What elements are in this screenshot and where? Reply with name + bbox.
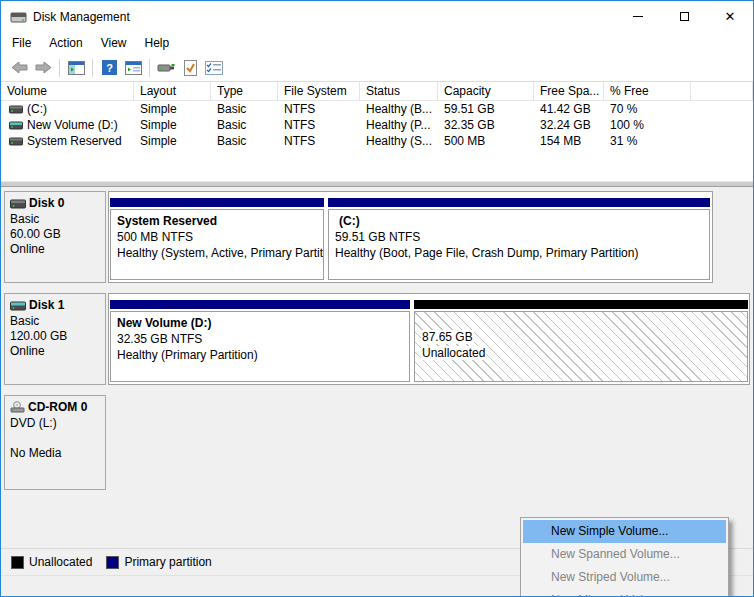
column-header-layout[interactable]: Layout	[134, 82, 211, 100]
disk-icon	[10, 300, 26, 311]
volume-type: Basic	[211, 118, 278, 132]
column-header-type[interactable]: Type	[211, 82, 278, 100]
menu-item-new-simple-volume[interactable]: New Simple Volume...	[523, 520, 726, 543]
table-row[interactable]: System Reserved Simple Basic NTFS Health…	[1, 133, 753, 149]
forward-icon[interactable]	[31, 57, 55, 79]
partition-size: 500 MB NTFS	[117, 229, 317, 245]
menu-view[interactable]: View	[92, 34, 136, 52]
volume-type: Basic	[211, 134, 278, 148]
volume-name: System Reserved	[27, 134, 122, 148]
disk0-partition-area: System Reserved 500 MB NTFS Healthy (Sys…	[108, 191, 713, 283]
disk-name: Disk 0	[29, 196, 64, 210]
disk-icon	[10, 198, 26, 209]
legend-unallocated: Unallocated	[11, 555, 92, 569]
checklist-icon[interactable]	[202, 57, 226, 79]
partition-status: Healthy (System, Active, Primary Partit	[117, 245, 317, 261]
column-header-free-space[interactable]: Free Spa...	[534, 82, 604, 100]
volume-capacity: 32.35 GB	[438, 118, 534, 132]
column-header-file-system[interactable]: File System	[278, 82, 360, 100]
action-pane-icon[interactable]	[121, 57, 145, 79]
cdrom-icon	[10, 401, 25, 413]
close-button[interactable]: ✕	[707, 1, 753, 32]
partition-system-reserved[interactable]: System Reserved 500 MB NTFS Healthy (Sys…	[110, 198, 324, 280]
volume-layout: Simple	[134, 102, 211, 116]
volume-capacity: 59.51 GB	[438, 102, 534, 116]
volume-type: Basic	[211, 102, 278, 116]
volume-drive-icon	[9, 120, 23, 130]
minimize-icon	[633, 16, 643, 17]
disk-size: 120.00 GB	[10, 329, 102, 344]
volume-pct-free: 100 %	[604, 118, 691, 132]
volume-pct-free: 70 %	[604, 102, 691, 116]
volume-list: Volume Layout Type File System Status Ca…	[1, 82, 753, 181]
volume-layout: Simple	[134, 134, 211, 148]
context-menu: New Simple Volume... New Spanned Volume.…	[520, 517, 729, 597]
unallocated-region[interactable]: 87.65 GB Unallocated	[414, 300, 748, 382]
disk-type: Basic	[10, 212, 102, 227]
device-icon[interactable]	[154, 57, 178, 79]
volume-name: New Volume (D:)	[27, 118, 118, 132]
volume-drive-icon	[9, 104, 23, 114]
partition-title: New Volume (D:)	[117, 315, 403, 331]
legend-primary-partition: Primary partition	[106, 555, 211, 569]
partition-new-volume-d[interactable]: New Volume (D:) 32.35 GB NTFS Healthy (P…	[110, 300, 410, 382]
volume-drive-icon	[9, 136, 23, 146]
volume-name: (C:)	[27, 102, 47, 116]
legend-label: Primary partition	[124, 555, 211, 569]
partition-size: 32.35 GB NTFS	[117, 331, 403, 347]
disk1-partition-area: New Volume (D:) 32.35 GB NTFS Healthy (P…	[108, 293, 750, 385]
menu-item-new-striped-volume: New Striped Volume...	[521, 566, 728, 589]
menu-action[interactable]: Action	[40, 34, 91, 52]
title-bar: Disk Management ✕	[1, 1, 753, 32]
primary-partition-bar	[110, 198, 324, 207]
disk1-row: Disk 1 Basic 120.00 GB Online New Volume…	[4, 293, 753, 385]
menu-item-new-mirrored-volume: New Mirrored Volume...	[521, 589, 728, 597]
toolbar-separator	[149, 59, 150, 77]
console-tree-icon[interactable]	[64, 57, 88, 79]
column-header-volume[interactable]: Volume	[1, 82, 134, 100]
column-header-status[interactable]: Status	[360, 82, 438, 100]
volume-free: 32.24 GB	[534, 118, 604, 132]
disk-management-window: Disk Management ✕ File Action View Help …	[0, 0, 754, 597]
disk-status: No Media	[10, 446, 102, 461]
disk-name: Disk 1	[29, 298, 64, 312]
table-row[interactable]: New Volume (D:) Simple Basic NTFS Health…	[1, 117, 753, 133]
unallocated-size: 87.65 GB	[421, 330, 474, 344]
disk-status: Online	[10, 344, 102, 359]
legend-label: Unallocated	[29, 555, 92, 569]
column-header-pct-free[interactable]: % Free	[604, 82, 691, 100]
menu-file[interactable]: File	[3, 34, 40, 52]
disk-management-app-icon	[10, 10, 27, 24]
help-icon[interactable]: ?	[97, 57, 121, 79]
column-header-capacity[interactable]: Capacity	[438, 82, 534, 100]
minimize-button[interactable]	[615, 1, 661, 32]
volume-list-header: Volume Layout Type File System Status Ca…	[1, 82, 753, 101]
cdrom-panel[interactable]: CD-ROM 0 DVD (L:) No Media	[4, 395, 106, 490]
primary-partition-bar	[110, 300, 410, 309]
volume-status: Healthy (P...	[360, 118, 438, 132]
maximize-button[interactable]	[661, 1, 707, 32]
back-icon[interactable]	[7, 57, 31, 79]
disk-status: Online	[10, 242, 102, 257]
partition-status: Healthy (Primary Partition)	[117, 347, 403, 363]
volume-free: 41.42 GB	[534, 102, 604, 116]
toolbar-separator	[59, 59, 60, 77]
svg-text:?: ?	[106, 62, 113, 74]
primary-partition-bar	[328, 198, 710, 207]
unallocated-swatch	[11, 556, 24, 569]
close-icon: ✕	[725, 10, 736, 23]
partition-c[interactable]: (C:) 59.51 GB NTFS Healthy (Boot, Page F…	[328, 198, 710, 280]
unallocated-label: Unallocated	[421, 346, 486, 360]
volume-status: Healthy (S...	[360, 134, 438, 148]
table-row[interactable]: (C:) Simple Basic NTFS Healthy (B... 59.…	[1, 101, 753, 117]
properties-check-icon[interactable]	[178, 57, 202, 79]
volume-layout: Simple	[134, 118, 211, 132]
menu-help[interactable]: Help	[136, 34, 179, 52]
disk0-row: Disk 0 Basic 60.00 GB Online System Rese…	[4, 191, 753, 283]
disk1-panel[interactable]: Disk 1 Basic 120.00 GB Online	[4, 293, 106, 385]
cdrom-row: CD-ROM 0 DVD (L:) No Media	[4, 395, 753, 490]
disk0-panel[interactable]: Disk 0 Basic 60.00 GB Online	[4, 191, 106, 283]
disk-size: 60.00 GB	[10, 227, 102, 242]
disk-name: CD-ROM 0	[28, 400, 87, 414]
partition-size: 59.51 GB NTFS	[335, 229, 703, 245]
